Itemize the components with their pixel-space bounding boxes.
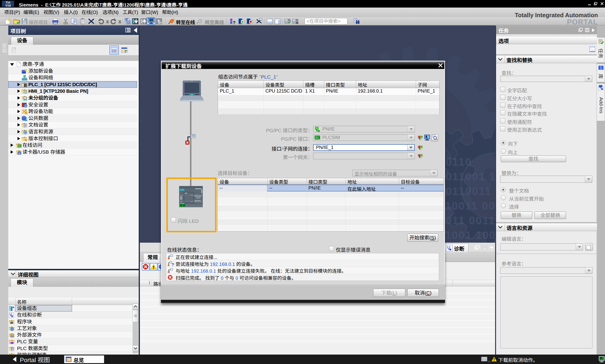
svg-text:?: ? bbox=[172, 262, 174, 266]
svg-text:01: 01 bbox=[12, 335, 14, 337]
svg-text:?: ? bbox=[233, 20, 236, 25]
svg-text:RT: RT bbox=[158, 22, 162, 24]
svg-text:01: 01 bbox=[127, 21, 130, 24]
